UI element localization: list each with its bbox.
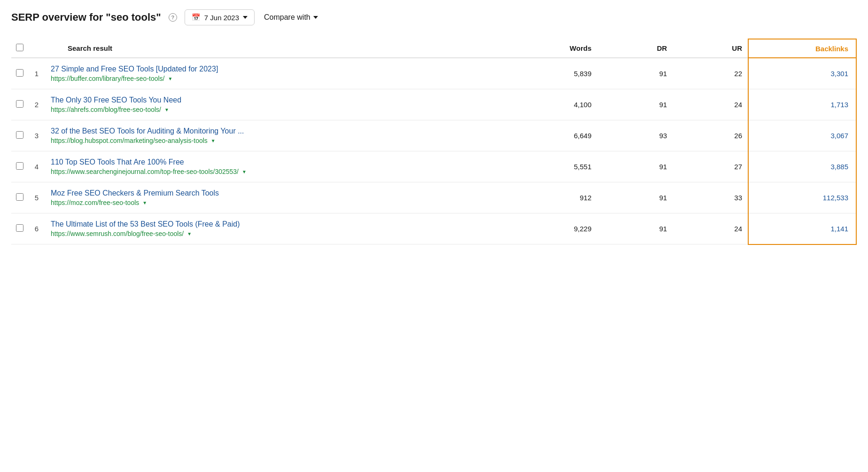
result-url-row: https://www.searchenginejournal.com/top-… bbox=[51, 168, 515, 175]
result-url-row: https://blog.hubspot.com/marketing/seo-a… bbox=[51, 137, 515, 144]
row-dr: 91 bbox=[597, 58, 673, 89]
result-title-link[interactable]: The Ultimate List of the 53 Best SEO Too… bbox=[51, 220, 515, 228]
page-header: SERP overview for "seo tools" ? 📅 7 Jun … bbox=[11, 9, 857, 27]
row-ur: 26 bbox=[673, 120, 748, 151]
row-dr: 91 bbox=[597, 213, 673, 244]
row-content: 32 of the Best SEO Tools for Auditing & … bbox=[45, 120, 521, 151]
row-rank: 6 bbox=[28, 213, 45, 244]
url-chevron-icon: ▼ bbox=[187, 231, 192, 236]
row-words: 6,649 bbox=[521, 120, 597, 151]
result-url-link[interactable]: https://ahrefs.com/blog/free-seo-tools/ bbox=[51, 106, 161, 113]
row-checkbox-cell[interactable] bbox=[11, 182, 28, 213]
row-checkbox-cell[interactable] bbox=[11, 120, 28, 151]
page-title: SERP overview for "seo tools" bbox=[11, 11, 161, 24]
row-dr: 91 bbox=[597, 89, 673, 120]
rank-header bbox=[28, 39, 45, 58]
row-rank: 3 bbox=[28, 120, 45, 151]
row-words: 5,551 bbox=[521, 151, 597, 182]
row-content: 110 Top SEO Tools That Are 100% Free htt… bbox=[45, 151, 521, 182]
url-chevron-icon: ▼ bbox=[168, 76, 173, 81]
row-checkbox-cell[interactable] bbox=[11, 58, 28, 89]
row-ur: 33 bbox=[673, 182, 748, 213]
table-body: 1 27 Simple and Free SEO Tools [Updated … bbox=[11, 58, 856, 244]
result-url-row: https://ahrefs.com/blog/free-seo-tools/ … bbox=[51, 106, 515, 113]
row-words: 9,229 bbox=[521, 213, 597, 244]
date-picker-button[interactable]: 📅 7 Jun 2023 bbox=[185, 9, 255, 25]
ur-header: UR bbox=[673, 39, 748, 58]
row-checkbox-cell[interactable] bbox=[11, 89, 28, 120]
row-ur: 24 bbox=[673, 89, 748, 120]
row-checkbox[interactable] bbox=[16, 162, 23, 170]
row-dr: 93 bbox=[597, 120, 673, 151]
row-content: The Ultimate List of the 53 Best SEO Too… bbox=[45, 213, 521, 244]
row-backlinks[interactable]: 3,067 bbox=[748, 120, 856, 151]
dr-header: DR bbox=[597, 39, 673, 58]
words-header: Words bbox=[521, 39, 597, 58]
row-words: 4,100 bbox=[521, 89, 597, 120]
url-chevron-icon: ▼ bbox=[211, 138, 216, 143]
url-chevron-icon: ▼ bbox=[164, 107, 169, 112]
result-title-link[interactable]: 32 of the Best SEO Tools for Auditing & … bbox=[51, 127, 515, 135]
result-title-link[interactable]: The Only 30 Free SEO Tools You Need bbox=[51, 96, 515, 104]
compare-with-button[interactable]: Compare with bbox=[262, 10, 320, 25]
row-rank: 4 bbox=[28, 151, 45, 182]
url-chevron-icon: ▼ bbox=[142, 200, 147, 205]
row-ur: 27 bbox=[673, 151, 748, 182]
select-all-checkbox-header[interactable] bbox=[11, 39, 28, 58]
result-url-link[interactable]: https://www.semrush.com/blog/free-seo-to… bbox=[51, 230, 184, 237]
serp-table-wrapper: Search result Words DR UR Backlinks bbox=[11, 39, 857, 245]
row-words: 5,839 bbox=[521, 58, 597, 89]
result-url-row: https://moz.com/free-seo-tools ▼ bbox=[51, 199, 515, 206]
result-url-link[interactable]: https://moz.com/free-seo-tools bbox=[51, 199, 139, 206]
row-content: 27 Simple and Free SEO Tools [Updated fo… bbox=[45, 58, 521, 89]
row-checkbox-cell[interactable] bbox=[11, 213, 28, 244]
row-dr: 91 bbox=[597, 151, 673, 182]
row-ur: 22 bbox=[673, 58, 748, 89]
row-backlinks[interactable]: 1,713 bbox=[748, 89, 856, 120]
result-url-link[interactable]: https://www.searchenginejournal.com/top-… bbox=[51, 168, 239, 175]
row-words: 912 bbox=[521, 182, 597, 213]
table-header-row: Search result Words DR UR Backlinks bbox=[11, 39, 856, 58]
row-checkbox[interactable] bbox=[16, 100, 23, 108]
row-dr: 91 bbox=[597, 182, 673, 213]
row-ur: 24 bbox=[673, 213, 748, 244]
row-backlinks[interactable]: 3,301 bbox=[748, 58, 856, 89]
row-checkbox[interactable] bbox=[16, 131, 23, 139]
result-title-link[interactable]: Moz Free SEO Checkers & Premium Search T… bbox=[51, 189, 515, 197]
row-content: The Only 30 Free SEO Tools You Need http… bbox=[45, 89, 521, 120]
row-rank: 2 bbox=[28, 89, 45, 120]
compare-label: Compare with bbox=[264, 13, 310, 22]
result-url-link[interactable]: https://blog.hubspot.com/marketing/seo-a… bbox=[51, 137, 208, 144]
date-label: 7 Jun 2023 bbox=[204, 14, 239, 22]
url-chevron-icon: ▼ bbox=[242, 169, 247, 174]
row-checkbox-cell[interactable] bbox=[11, 151, 28, 182]
row-backlinks[interactable]: 1,141 bbox=[748, 213, 856, 244]
search-result-header: Search result bbox=[45, 39, 521, 58]
table-row: 4 110 Top SEO Tools That Are 100% Free h… bbox=[11, 151, 856, 182]
serp-table: Search result Words DR UR Backlinks bbox=[11, 39, 857, 245]
row-rank: 5 bbox=[28, 182, 45, 213]
chevron-down-icon bbox=[313, 16, 318, 19]
calendar-icon: 📅 bbox=[192, 13, 201, 22]
help-icon[interactable]: ? bbox=[169, 13, 177, 22]
result-url-link[interactable]: https://buffer.com/library/free-seo-tool… bbox=[51, 75, 165, 82]
table-row: 6 The Ultimate List of the 53 Best SEO T… bbox=[11, 213, 856, 244]
result-title-link[interactable]: 110 Top SEO Tools That Are 100% Free bbox=[51, 158, 515, 166]
chevron-down-icon bbox=[243, 16, 248, 19]
result-url-row: https://www.semrush.com/blog/free-seo-to… bbox=[51, 230, 515, 237]
table-row: 3 32 of the Best SEO Tools for Auditing … bbox=[11, 120, 856, 151]
table-row: 1 27 Simple and Free SEO Tools [Updated … bbox=[11, 58, 856, 89]
table-row: 5 Moz Free SEO Checkers & Premium Search… bbox=[11, 182, 856, 213]
row-backlinks[interactable]: 3,885 bbox=[748, 151, 856, 182]
select-all-checkbox[interactable] bbox=[16, 44, 23, 51]
row-backlinks[interactable]: 112,533 bbox=[748, 182, 856, 213]
result-title-link[interactable]: 27 Simple and Free SEO Tools [Updated fo… bbox=[51, 65, 515, 73]
row-content: Moz Free SEO Checkers & Premium Search T… bbox=[45, 182, 521, 213]
backlinks-header: Backlinks bbox=[748, 39, 856, 58]
row-rank: 1 bbox=[28, 58, 45, 89]
result-url-row: https://buffer.com/library/free-seo-tool… bbox=[51, 75, 515, 82]
row-checkbox[interactable] bbox=[16, 224, 23, 232]
table-row: 2 The Only 30 Free SEO Tools You Need ht… bbox=[11, 89, 856, 120]
row-checkbox[interactable] bbox=[16, 69, 23, 77]
row-checkbox[interactable] bbox=[16, 193, 23, 201]
